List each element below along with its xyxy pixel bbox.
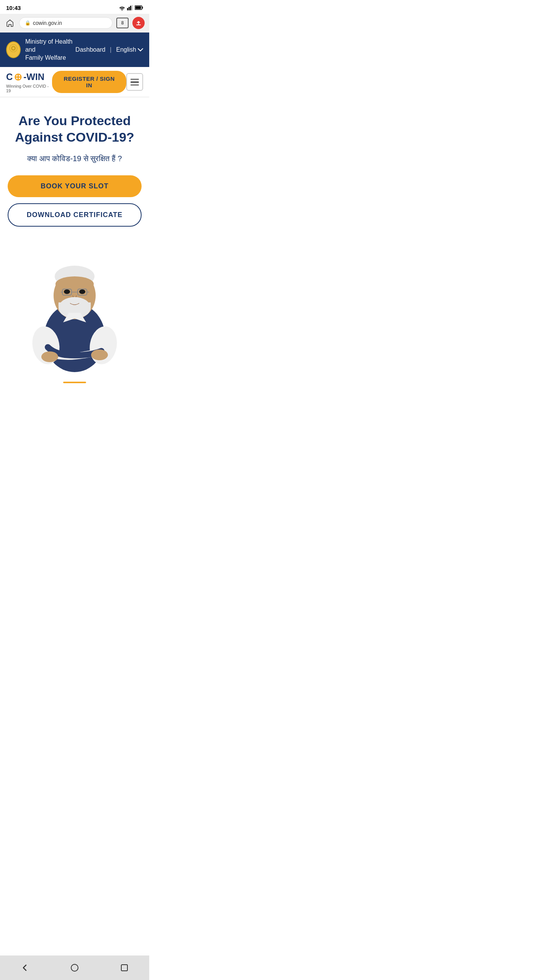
signal-icon [127,5,133,10]
site-header: Ministry of Health and Family Welfare Da… [0,33,149,67]
svg-point-9 [12,47,15,49]
svg-rect-1 [129,7,130,10]
browser-home-button[interactable] [5,18,15,28]
svg-point-27 [91,350,108,360]
svg-rect-0 [127,8,128,10]
cowin-logo: C ⊕ -WIN Winning Over COVID - 19 [6,71,52,93]
language-selector[interactable]: English [116,46,143,53]
hero-subtitle-hindi: क्या आप कोविड-19 से सुरक्षित हैं ? [8,154,142,163]
ministry-text: Ministry of Health and Family Welfare [25,38,75,62]
menu-line-1 [130,79,139,80]
person-image-area [0,242,149,387]
wifi-icon [119,5,126,10]
lock-icon: 🔒 [25,20,31,26]
svg-point-19 [79,289,85,294]
svg-rect-2 [130,6,131,10]
svg-rect-28 [63,382,86,383]
menu-line-2 [130,82,139,83]
cowin-navbar: C ⊕ -WIN Winning Over COVID - 19 REGISTE… [0,67,149,97]
battery-icon [135,5,143,10]
svg-point-17 [55,276,94,292]
hamburger-menu-button[interactable] [126,73,143,91]
svg-rect-5 [142,7,143,9]
hero-section: Are You Protected Against COVID-19? क्या… [0,97,149,242]
dashboard-link[interactable]: Dashboard [75,46,105,53]
header-left: Ministry of Health and Family Welfare [6,38,75,62]
address-bar[interactable]: 🔒 cowin.gov.in [19,17,112,29]
svg-point-18 [64,289,70,294]
header-divider: | [110,46,111,53]
hero-title: Are You Protected Against COVID-19? [8,113,142,145]
menu-line-3 [130,85,139,86]
download-certificate-button[interactable]: DOWNLOAD CERTIFICATE [8,203,142,227]
url-text: cowin.gov.in [33,20,62,26]
svg-point-26 [41,351,58,362]
person-figure [25,246,124,387]
tab-count-button[interactable]: 8 [116,18,129,28]
browser-bar: 🔒 cowin.gov.in 8 [0,14,149,33]
chevron-down-icon [138,48,143,52]
cowin-logo-text: C ⊕ -WIN [6,71,52,83]
register-signin-button[interactable]: REGISTER / SIGN IN [52,71,126,93]
svg-rect-3 [132,5,133,10]
status-icons [119,5,143,10]
cowin-subtitle: Winning Over COVID - 19 [6,84,52,93]
svg-rect-6 [135,7,141,9]
status-bar: 10:43 [0,0,149,14]
book-slot-button[interactable]: BOOK YOUR SLOT [8,175,142,197]
svg-rect-10 [11,52,16,53]
government-emblem [6,41,21,58]
upload-button[interactable] [132,17,145,29]
header-right: Dashboard | English [75,46,143,53]
status-time: 10:43 [6,5,21,11]
